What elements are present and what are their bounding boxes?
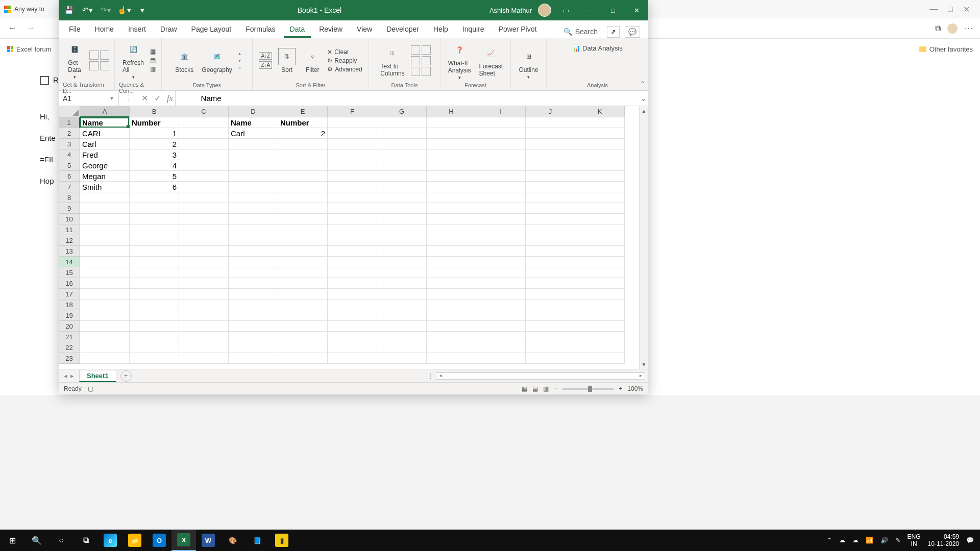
row-header[interactable]: 19	[59, 310, 80, 321]
cell[interactable]	[328, 321, 377, 332]
cell[interactable]	[476, 310, 526, 321]
cell[interactable]	[328, 246, 377, 257]
cell[interactable]	[229, 289, 278, 299]
cell[interactable]	[328, 289, 377, 299]
cell[interactable]	[328, 139, 377, 149]
column-header[interactable]: A	[80, 106, 130, 117]
row-header[interactable]: 13	[59, 246, 80, 257]
row-header[interactable]: 9	[59, 203, 80, 214]
cell[interactable]	[328, 224, 377, 235]
browser-menu-icon[interactable]: ···	[964, 24, 974, 33]
cell[interactable]	[179, 267, 229, 278]
cell[interactable]	[476, 149, 526, 160]
cell[interactable]	[476, 278, 526, 289]
cell[interactable]	[377, 235, 427, 246]
cell[interactable]	[427, 267, 476, 278]
cell[interactable]	[575, 267, 625, 278]
cell[interactable]	[427, 128, 476, 139]
cell[interactable]	[575, 182, 625, 192]
cell[interactable]	[476, 267, 526, 278]
cell[interactable]	[328, 310, 377, 321]
row-header[interactable]: 1	[59, 117, 80, 128]
column-header[interactable]: G	[377, 106, 427, 117]
cell[interactable]	[476, 289, 526, 299]
cell[interactable]	[427, 299, 476, 310]
ribbon-tab-developer[interactable]: Developer	[380, 22, 425, 38]
cell[interactable]	[575, 278, 625, 289]
cell[interactable]	[427, 160, 476, 171]
cell[interactable]	[526, 117, 575, 128]
cell[interactable]	[179, 289, 229, 299]
task-view-button[interactable]: ⧉	[74, 530, 98, 551]
browser-minimize-icon[interactable]: —	[929, 5, 938, 14]
cell[interactable]	[526, 224, 575, 235]
cell[interactable]	[377, 171, 427, 182]
cell[interactable]: Number	[130, 117, 179, 128]
page-break-icon[interactable]: ▥	[543, 385, 549, 392]
column-header[interactable]: K	[575, 106, 625, 117]
ribbon-tab-view[interactable]: View	[351, 22, 378, 38]
cell[interactable]	[130, 299, 179, 310]
cell[interactable]	[278, 342, 328, 353]
sort-desc-icon[interactable]: Z↓A	[259, 61, 272, 69]
cell[interactable]	[377, 149, 427, 160]
cell[interactable]	[526, 128, 575, 139]
cell[interactable]	[80, 214, 130, 224]
autosave-icon[interactable]: 💾	[62, 3, 76, 17]
cell[interactable]	[526, 203, 575, 214]
cell[interactable]	[229, 203, 278, 214]
cell[interactable]	[278, 257, 328, 267]
word-app[interactable]: W	[196, 530, 220, 551]
get-data-button[interactable]: 🗄️ Get Data▾	[64, 40, 85, 81]
cell[interactable]	[427, 117, 476, 128]
powerbi-app[interactable]: ▮	[270, 530, 294, 551]
row-header[interactable]: 5	[59, 160, 80, 171]
cell[interactable]	[130, 289, 179, 299]
vertical-scrollbar[interactable]: ▲ ▼	[639, 106, 648, 369]
ribbon-tab-power-pivot[interactable]: Power Pivot	[493, 22, 543, 38]
browser-close-icon[interactable]: ✕	[963, 5, 970, 14]
cell[interactable]: 1	[130, 128, 179, 139]
cell[interactable]	[80, 224, 130, 235]
fx-icon[interactable]: fx	[167, 94, 173, 103]
comments-icon[interactable]: 💬	[625, 26, 640, 38]
formula-input[interactable]: Name	[176, 91, 638, 106]
row-header[interactable]: 18	[59, 299, 80, 310]
cell[interactable]	[328, 149, 377, 160]
column-header[interactable]: B	[130, 106, 179, 117]
row-header[interactable]: 23	[59, 353, 80, 364]
cell[interactable]	[130, 192, 179, 203]
stocks-button[interactable]: 🏛️ Stocks	[173, 47, 195, 74]
column-header[interactable]: D	[229, 106, 278, 117]
cell[interactable]	[179, 342, 229, 353]
cell[interactable]	[328, 267, 377, 278]
cell[interactable]	[427, 149, 476, 160]
filter-button[interactable]: ▿ Filter	[302, 47, 323, 74]
cell[interactable]	[575, 342, 625, 353]
cell[interactable]	[278, 171, 328, 182]
user-name[interactable]: Ashish Mathur	[489, 7, 532, 14]
minimize-button[interactable]: —	[581, 3, 598, 17]
cell[interactable]	[80, 267, 130, 278]
weather-icon[interactable]: ☁	[852, 537, 859, 544]
cell[interactable]	[179, 214, 229, 224]
cell[interactable]	[476, 139, 526, 149]
cell[interactable]	[526, 342, 575, 353]
cell[interactable]	[179, 182, 229, 192]
cell[interactable]	[229, 310, 278, 321]
expand-formula-icon[interactable]: ⌄	[638, 91, 648, 106]
cell[interactable]	[179, 353, 229, 364]
ribbon-tab-formulas[interactable]: Formulas	[239, 22, 281, 38]
zoom-in-icon[interactable]: +	[619, 385, 622, 392]
notifications-icon[interactable]: 💬	[966, 537, 974, 544]
redo-icon[interactable]: ↷▾	[99, 3, 113, 17]
cell[interactable]	[427, 321, 476, 332]
cell[interactable]	[575, 289, 625, 299]
cell[interactable]	[575, 203, 625, 214]
cell[interactable]	[476, 342, 526, 353]
cell[interactable]	[80, 321, 130, 332]
touch-mode-icon[interactable]: ☝▾	[117, 3, 131, 17]
cell[interactable]: 2	[130, 139, 179, 149]
back-icon[interactable]: ←	[6, 23, 18, 34]
cell[interactable]	[476, 160, 526, 171]
